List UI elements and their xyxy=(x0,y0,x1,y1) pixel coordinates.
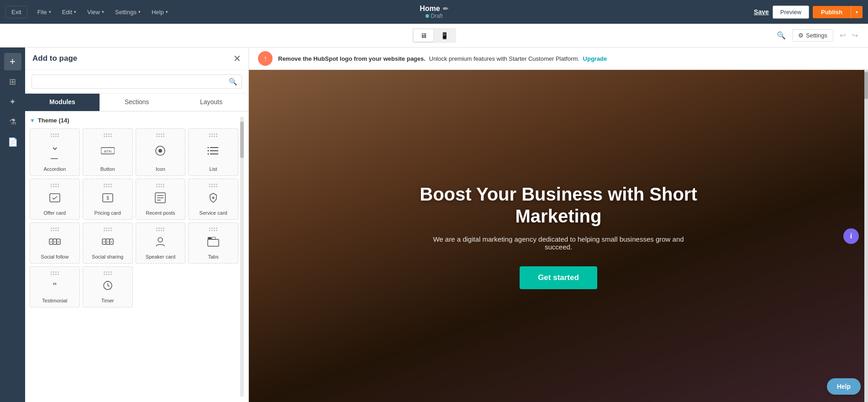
hero-title: Boost Your Business with Short Marketing xyxy=(394,183,723,227)
edit-title-icon[interactable]: ✏ xyxy=(443,5,448,12)
view-menu[interactable]: View ▾ xyxy=(83,6,109,18)
service-card-icon xyxy=(207,192,219,206)
svg-line-37 xyxy=(108,286,110,286)
module-icon[interactable]: Icon xyxy=(136,128,186,176)
info-badge[interactable]: i xyxy=(843,228,859,244)
timer-icon xyxy=(103,280,113,292)
svg-point-9 xyxy=(208,153,209,155)
chevron-down-icon: ▼ xyxy=(30,117,35,124)
design-rail-button[interactable]: ✦ xyxy=(4,93,21,111)
publish-button[interactable]: Publish xyxy=(813,6,851,18)
tools-rail-button[interactable]: ⚗ xyxy=(4,113,21,131)
modules-scroll-area: ▼ Theme (14) ⌄─ Accordion xyxy=(25,111,248,402)
tab-modules[interactable]: Modules xyxy=(25,94,100,111)
nav-right-controls: Save Preview Publish ▾ xyxy=(754,5,863,19)
module-label: Tabs xyxy=(208,254,219,259)
redo-button[interactable]: ↪ xyxy=(849,29,861,42)
add-to-page-panel: Add to page ✕ 🔍 Modules Sections Layouts xyxy=(25,48,249,402)
section-title: Theme (14) xyxy=(38,117,69,124)
scroll-thumb[interactable] xyxy=(240,122,244,158)
canvas-scroll-thumb[interactable] xyxy=(864,72,868,99)
module-label: List xyxy=(210,166,217,172)
module-pricing-card[interactable]: $ Pricing card xyxy=(83,179,133,220)
module-label: Testimonial xyxy=(42,298,67,303)
tab-layouts[interactable]: Layouts xyxy=(174,94,248,111)
panel-tabs: Modules Sections Layouts xyxy=(25,94,248,111)
hubspot-logo-icon: ↑ xyxy=(258,51,273,66)
testimonial-icon: " xyxy=(53,280,57,292)
edit-menu[interactable]: Edit ▾ xyxy=(58,6,81,18)
module-button[interactable]: BTN Button xyxy=(83,128,133,176)
canvas-scroll-track[interactable] xyxy=(864,70,868,402)
gear-icon: ⚙ xyxy=(798,32,804,39)
theme-section-header[interactable]: ▼ Theme (14) xyxy=(30,117,238,124)
svg-text:$: $ xyxy=(106,196,109,201)
file-menu[interactable]: File ▾ xyxy=(33,6,56,18)
svg-text:#: # xyxy=(54,240,56,243)
tab-sections[interactable]: Sections xyxy=(100,94,174,111)
banner-text: Remove the HubSpot logo from your websit… xyxy=(278,55,607,62)
publish-dropdown-button[interactable]: ▾ xyxy=(851,6,863,18)
mobile-view-button[interactable]: 📱 xyxy=(434,29,455,42)
svg-rect-10 xyxy=(50,194,60,202)
view-toggle: 🖥 📱 xyxy=(412,28,456,43)
module-accordion[interactable]: ⌄─ Accordion xyxy=(30,128,80,176)
desktop-view-button[interactable]: 🖥 xyxy=(414,29,433,42)
close-panel-button[interactable]: ✕ xyxy=(233,54,241,63)
svg-text:#: # xyxy=(107,240,109,243)
settings-menu[interactable]: Settings ▾ xyxy=(110,6,145,18)
panel-header: Add to page ✕ xyxy=(25,48,248,70)
panel-title: Add to page xyxy=(32,54,77,63)
hero-cta-button[interactable]: Get started xyxy=(520,266,597,289)
svg-text:#: # xyxy=(50,240,52,243)
module-recent-posts[interactable]: Recent posts xyxy=(136,179,186,220)
exit-button[interactable]: Exit xyxy=(5,6,27,18)
save-button[interactable]: Save xyxy=(754,8,769,16)
hero-canvas: Boost Your Business with Short Marketing… xyxy=(249,70,868,402)
draft-status: Draft xyxy=(420,13,448,19)
preview-button[interactable]: Preview xyxy=(773,5,809,19)
module-social-follow[interactable]: ### Social follow xyxy=(30,222,80,264)
files-rail-button[interactable]: 📄 xyxy=(4,133,21,151)
top-nav: Exit File ▾ Edit ▾ View ▾ Settings ▾ Hel… xyxy=(0,0,868,24)
modules-grid: ⌄─ Accordion BTN Button xyxy=(30,128,238,307)
help-float-button[interactable]: Help xyxy=(827,378,861,395)
speaker-card-icon xyxy=(154,236,166,249)
help-menu[interactable]: Help ▾ xyxy=(147,6,173,18)
module-timer[interactable]: Timer xyxy=(83,266,133,307)
pricing-card-icon: $ xyxy=(102,192,114,206)
upgrade-link[interactable]: Upgrade xyxy=(583,55,607,62)
module-search-input[interactable] xyxy=(32,74,242,89)
module-social-sharing[interactable]: ### Social sharing xyxy=(83,222,133,264)
module-label: Social sharing xyxy=(92,254,123,259)
svg-text:BTN: BTN xyxy=(104,149,111,153)
module-service-card[interactable]: Service card xyxy=(188,179,238,220)
upgrade-banner: ↑ Remove the HubSpot logo from your webs… xyxy=(249,48,868,70)
module-speaker-card[interactable]: Speaker card xyxy=(136,222,186,264)
module-label: Timer xyxy=(101,298,114,303)
module-tabs[interactable]: Tabs xyxy=(188,222,238,264)
settings-button[interactable]: ⚙ Settings xyxy=(792,29,833,42)
svg-text:#: # xyxy=(110,240,112,243)
search-button[interactable]: 🔍 xyxy=(774,28,789,42)
search-icon: 🔍 xyxy=(229,78,237,86)
tabs-icon xyxy=(207,237,219,249)
offer-card-icon xyxy=(49,192,61,206)
page-title: Home xyxy=(420,5,440,13)
module-testimonial[interactable]: " Testimonial xyxy=(30,266,80,307)
pages-rail-button[interactable]: ⊞ xyxy=(4,73,21,90)
undo-button[interactable]: ↩ xyxy=(837,29,848,42)
social-follow-icon: ### xyxy=(49,236,61,249)
svg-point-31 xyxy=(158,238,163,242)
hero-content: Boost Your Business with Short Marketing… xyxy=(249,70,868,402)
hero-subtitle: We are a digital marketing agency dedica… xyxy=(431,235,686,251)
add-module-rail-button[interactable]: + xyxy=(4,53,21,70)
canvas-area: ↑ Remove the HubSpot logo from your webs… xyxy=(249,48,868,402)
module-label: Offer card xyxy=(44,210,66,216)
module-offer-card[interactable]: Offer card xyxy=(30,179,80,220)
module-label: Accordion xyxy=(43,166,66,172)
module-list[interactable]: List xyxy=(188,128,238,176)
scroll-track[interactable] xyxy=(240,117,244,397)
svg-point-8 xyxy=(208,150,209,152)
svg-rect-34 xyxy=(208,239,219,246)
